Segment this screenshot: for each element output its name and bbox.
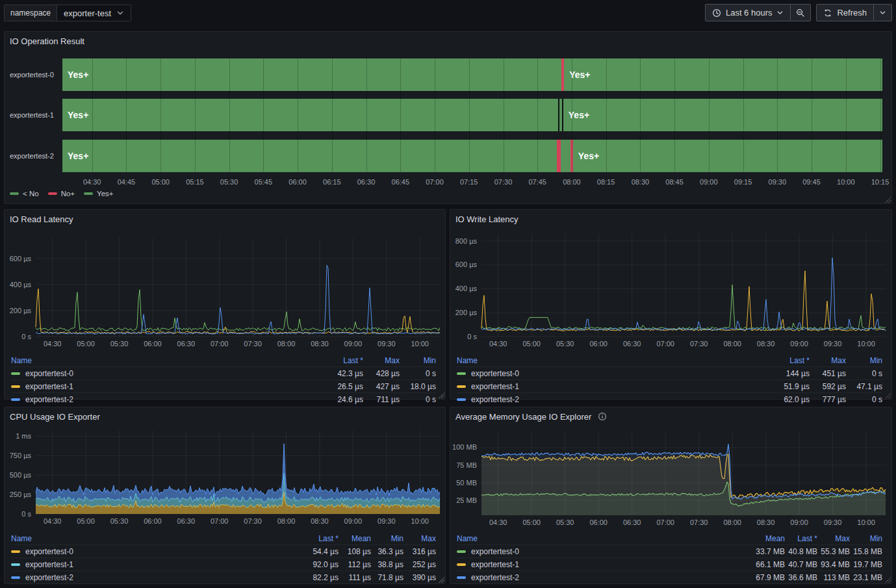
legend-column-name[interactable]: Name [11,356,327,365]
x-tick-label: 07:30 [690,518,708,526]
dashboard: namespace exporter-test Last 6 hours [0,0,896,588]
x-tick-label: 07:30 [244,340,262,348]
zoom-out-button[interactable] [791,4,811,21]
grid-line [640,58,641,172]
x-tick-label: 07:30 [690,340,708,348]
legend-column-last[interactable]: Last * [785,534,817,543]
legend-header: NameLast *MaxMin [11,354,436,366]
y-tick-label: 0 s [21,333,31,340]
legend-column-min[interactable]: Min [846,356,882,365]
refresh-interval-dropdown[interactable] [874,4,892,21]
refresh-controls: Refresh [816,4,892,21]
legend-column-name[interactable]: Name [457,534,752,543]
panel-resize-handle[interactable] [438,576,444,583]
state-segment-yes: Yes+ [573,140,882,172]
series-color-swatch [457,385,466,388]
series-name[interactable]: exportertest-1 [25,560,73,569]
panel-header[interactable]: Average Memory Usage IO Explorer [450,407,891,426]
series-name[interactable]: exportertest-1 [471,382,519,391]
state-label: Yes+ [62,58,88,91]
panel-title-text: Average Memory Usage IO Explorer [455,412,591,422]
legend-header: NameLast *MeanMinMax [11,532,436,544]
panel-header[interactable]: IO Write Latency [450,210,891,228]
zoom-out-icon [796,8,805,18]
grid-line [777,58,778,172]
x-tick-label: 05:00 [522,518,541,526]
grid-line [126,58,127,172]
x-tick-label: 10:00 [857,340,875,348]
x-tick-label: 08:15 [597,178,615,186]
series-name[interactable]: exportertest-1 [25,382,73,391]
legend-value: 33.7 MB [752,547,785,556]
x-tick-label: 05:30 [556,340,574,348]
legend-column-mean[interactable]: Mean [339,534,371,543]
legend-item[interactable]: Yes+ [84,190,113,198]
x-tick-label: 10:00 [857,518,875,526]
legend-table: NameMeanLast *MaxMinexportertest-033.7 M… [457,532,882,583]
legend-column-min[interactable]: Min [850,534,882,543]
panel-header[interactable]: IO Read Latency [5,210,445,228]
series-name[interactable]: exportertest-0 [471,547,519,556]
series-name[interactable]: exportertest-0 [471,369,519,378]
panel-title-text: IO Read Latency [10,214,73,224]
legend-value: 92.0 µs [306,560,339,569]
x-tick-label: 04:45 [118,178,136,186]
legend-column-mean[interactable]: Mean [752,534,785,543]
panel-header[interactable]: CPU Usage IO Exporter [5,407,445,426]
panel-header[interactable]: IO Operation Result [5,32,891,50]
series-name[interactable]: exportertest-2 [471,395,519,404]
legend-row: exportertest-054.4 µs108 µs36.3 µs316 µs [11,544,436,557]
state-segment-yes [561,140,570,172]
y-tick-label: 600 µs [455,261,478,268]
legend-value: 42.3 µs [327,369,363,378]
legend-column-name[interactable]: Name [457,356,773,365]
panel-resize-handle[interactable] [884,392,891,398]
x-tick-label: 06:15 [323,178,341,186]
grid-line [298,58,298,172]
legend-column-name[interactable]: Name [11,534,306,543]
series-name[interactable]: exportertest-2 [471,573,519,582]
variable-value: exporter-test [64,8,111,18]
series-name[interactable]: exportertest-0 [25,547,73,556]
panel-resize-handle[interactable] [438,392,444,398]
variable-value-dropdown[interactable]: exporter-test [57,5,131,21]
y-tick-label: 800 µs [455,237,478,245]
legend-item[interactable]: < No [10,190,39,198]
x-tick-label: 08:30 [311,340,329,348]
legend-column-last[interactable]: Last * [306,534,339,543]
legend-item[interactable]: No+ [48,190,75,198]
legend-column-last[interactable]: Last * [773,356,810,365]
series-color-swatch [457,563,466,566]
series-color-swatch [11,576,20,579]
y-tick-label: 500 µs [10,471,32,479]
x-tick-label: 06:30 [177,517,196,525]
legend-column-max[interactable]: Max [817,534,850,543]
grid-line [572,58,572,172]
panel-resize-handle[interactable] [884,576,891,583]
legend-column-max[interactable]: Max [403,534,436,543]
x-tick-label: 05:30 [556,518,574,526]
x-tick-label: 08:30 [757,518,775,526]
legend-column-max[interactable]: Max [810,356,846,365]
legend-value: 108 µs [339,547,371,556]
legend-table: NameLast *MaxMinexportertest-042.3 µs428… [11,354,436,405]
x-tick-label: 05:30 [220,178,238,186]
x-tick-label: 06:45 [392,178,410,186]
x-tick-label: 06:00 [589,340,608,348]
legend-column-last[interactable]: Last * [327,356,363,365]
legend-column-min[interactable]: Min [371,534,403,543]
legend-column-max[interactable]: Max [363,356,400,365]
series-color-swatch [457,550,466,553]
legend-column-min[interactable]: Min [400,356,436,365]
x-tick-label: 05:30 [110,340,129,348]
series-name[interactable]: exportertest-2 [25,395,73,404]
info-icon[interactable] [598,412,607,421]
legend-value: 67.9 MB [752,573,785,582]
time-range-picker[interactable]: Last 6 hours [705,4,791,21]
legend-value: 0 s [846,395,882,404]
series-name[interactable]: exportertest-2 [25,573,73,582]
refresh-button[interactable]: Refresh [816,4,874,21]
panel-resize-handle[interactable] [884,196,891,203]
series-name[interactable]: exportertest-0 [25,369,73,378]
series-name[interactable]: exportertest-1 [471,560,519,569]
